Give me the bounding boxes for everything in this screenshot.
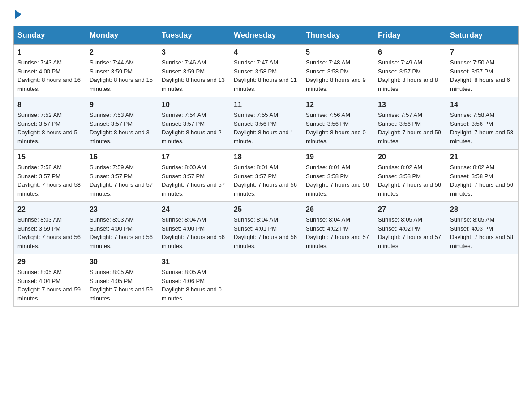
day-info: Sunrise: 7:46 AMSunset: 3:59 PMDaylight:… [162, 58, 226, 93]
day-info: Sunrise: 8:05 AMSunset: 4:04 PMDaylight:… [17, 268, 82, 303]
day-number: 16 [90, 153, 154, 161]
sunrise-text: Sunrise: 7:57 AM [378, 111, 442, 120]
sunrise-text: Sunrise: 8:05 AM [450, 215, 515, 224]
calendar-cell: 14Sunrise: 7:58 AMSunset: 3:56 PMDayligh… [446, 97, 519, 150]
day-info: Sunrise: 7:50 AMSunset: 3:57 PMDaylight:… [450, 58, 515, 93]
calendar-cell: 7Sunrise: 7:50 AMSunset: 3:57 PMDaylight… [446, 45, 519, 97]
sunrise-text: Sunrise: 7:58 AM [450, 111, 515, 120]
day-number: 9 [90, 101, 154, 109]
sunrise-text: Sunrise: 8:04 AM [162, 215, 226, 224]
sunrise-text: Sunrise: 7:46 AM [162, 58, 226, 67]
day-info: Sunrise: 8:05 AMSunset: 4:06 PMDaylight:… [162, 268, 226, 303]
daylight-text: Daylight: 8 hours and 6 minutes. [450, 76, 515, 93]
sunset-text: Sunset: 4:00 PM [17, 67, 82, 76]
sunset-text: Sunset: 3:57 PM [450, 67, 515, 76]
calendar-week-row: 15Sunrise: 7:58 AMSunset: 3:57 PMDayligh… [14, 150, 519, 202]
page-header [13, 9, 519, 17]
sunset-text: Sunset: 3:56 PM [234, 120, 298, 128]
day-info: Sunrise: 7:49 AMSunset: 3:57 PMDaylight:… [378, 58, 442, 93]
daylight-text: Daylight: 7 hours and 56 minutes. [162, 233, 226, 250]
sunset-text: Sunset: 3:59 PM [162, 67, 226, 76]
sunrise-text: Sunrise: 8:01 AM [234, 163, 298, 172]
day-info: Sunrise: 7:52 AMSunset: 3:57 PMDaylight:… [17, 111, 82, 146]
day-number: 25 [234, 206, 298, 214]
sunrise-text: Sunrise: 7:49 AM [378, 58, 442, 67]
day-info: Sunrise: 8:05 AMSunset: 4:02 PMDaylight:… [378, 215, 442, 250]
sunset-text: Sunset: 4:02 PM [378, 224, 442, 233]
sunset-text: Sunset: 3:57 PM [234, 172, 298, 181]
day-number: 12 [306, 101, 370, 109]
day-number: 3 [162, 48, 226, 56]
day-info: Sunrise: 8:03 AMSunset: 4:00 PMDaylight:… [90, 215, 154, 250]
calendar-cell: 17Sunrise: 8:00 AMSunset: 3:57 PMDayligh… [158, 150, 230, 202]
sunrise-text: Sunrise: 7:56 AM [306, 111, 370, 120]
calendar-cell: 9Sunrise: 7:53 AMSunset: 3:57 PMDaylight… [86, 97, 158, 150]
sunset-text: Sunset: 4:01 PM [234, 224, 298, 233]
daylight-text: Daylight: 7 hours and 59 minutes. [17, 285, 82, 303]
day-info: Sunrise: 8:05 AMSunset: 4:03 PMDaylight:… [450, 215, 515, 250]
daylight-text: Daylight: 8 hours and 0 minutes. [306, 128, 370, 146]
calendar-header-tuesday: Tuesday [158, 26, 230, 45]
sunset-text: Sunset: 3:59 PM [90, 67, 154, 76]
sunrise-text: Sunrise: 8:05 AM [17, 268, 82, 277]
sunrise-text: Sunrise: 8:03 AM [90, 215, 154, 224]
calendar-cell: 3Sunrise: 7:46 AMSunset: 3:59 PMDaylight… [158, 45, 230, 97]
day-number: 1 [17, 48, 82, 56]
calendar-cell: 28Sunrise: 8:05 AMSunset: 4:03 PMDayligh… [446, 202, 519, 254]
sunrise-text: Sunrise: 7:48 AM [306, 58, 370, 67]
calendar-header-friday: Friday [374, 26, 446, 45]
day-number: 28 [450, 206, 515, 214]
sunset-text: Sunset: 3:57 PM [90, 120, 154, 128]
sunrise-text: Sunrise: 7:59 AM [90, 163, 154, 172]
calendar-header-monday: Monday [86, 26, 158, 45]
calendar-cell: 22Sunrise: 8:03 AMSunset: 3:59 PMDayligh… [14, 202, 86, 254]
sunrise-text: Sunrise: 8:04 AM [306, 215, 370, 224]
sunrise-text: Sunrise: 8:05 AM [378, 215, 442, 224]
sunset-text: Sunset: 3:59 PM [17, 224, 82, 233]
day-number: 4 [234, 48, 298, 56]
day-info: Sunrise: 8:04 AMSunset: 4:01 PMDaylight:… [234, 215, 298, 250]
sunset-text: Sunset: 4:00 PM [162, 224, 226, 233]
sunrise-text: Sunrise: 8:02 AM [378, 163, 442, 172]
day-info: Sunrise: 7:53 AMSunset: 3:57 PMDaylight:… [90, 111, 154, 146]
sunrise-text: Sunrise: 7:54 AM [162, 111, 226, 120]
day-info: Sunrise: 7:59 AMSunset: 3:57 PMDaylight:… [90, 163, 154, 198]
calendar-cell: 6Sunrise: 7:49 AMSunset: 3:57 PMDaylight… [374, 45, 446, 97]
calendar-cell: 26Sunrise: 8:04 AMSunset: 4:02 PMDayligh… [302, 202, 374, 254]
sunset-text: Sunset: 3:57 PM [17, 120, 82, 128]
calendar-cell: 11Sunrise: 7:55 AMSunset: 3:56 PMDayligh… [230, 97, 302, 150]
sunrise-text: Sunrise: 7:43 AM [17, 58, 82, 67]
day-number: 31 [162, 258, 226, 266]
day-info: Sunrise: 8:04 AMSunset: 4:00 PMDaylight:… [162, 215, 226, 250]
calendar-header-wednesday: Wednesday [230, 26, 302, 45]
calendar-cell [446, 254, 519, 307]
sunset-text: Sunset: 3:57 PM [90, 172, 154, 181]
sunrise-text: Sunrise: 7:52 AM [17, 111, 82, 120]
daylight-text: Daylight: 7 hours and 57 minutes. [378, 233, 442, 250]
day-info: Sunrise: 7:56 AMSunset: 3:56 PMDaylight:… [306, 111, 370, 146]
day-number: 10 [162, 101, 226, 109]
sunset-text: Sunset: 3:58 PM [450, 172, 515, 181]
sunrise-text: Sunrise: 8:05 AM [162, 268, 226, 277]
calendar-cell: 16Sunrise: 7:59 AMSunset: 3:57 PMDayligh… [86, 150, 158, 202]
sunset-text: Sunset: 4:00 PM [90, 224, 154, 233]
day-info: Sunrise: 7:55 AMSunset: 3:56 PMDaylight:… [234, 111, 298, 146]
calendar-cell: 29Sunrise: 8:05 AMSunset: 4:04 PMDayligh… [14, 254, 86, 307]
daylight-text: Daylight: 7 hours and 59 minutes. [90, 285, 154, 303]
sunset-text: Sunset: 3:56 PM [306, 120, 370, 128]
sunset-text: Sunset: 3:58 PM [306, 67, 370, 76]
sunset-text: Sunset: 4:02 PM [306, 224, 370, 233]
sunset-text: Sunset: 3:57 PM [162, 172, 226, 181]
calendar-header-row: SundayMondayTuesdayWednesdayThursdayFrid… [14, 26, 519, 45]
day-info: Sunrise: 7:54 AMSunset: 3:57 PMDaylight:… [162, 111, 226, 146]
daylight-text: Daylight: 8 hours and 13 minutes. [162, 76, 226, 93]
calendar-cell: 8Sunrise: 7:52 AMSunset: 3:57 PMDaylight… [14, 97, 86, 150]
day-number: 26 [306, 206, 370, 214]
daylight-text: Daylight: 7 hours and 56 minutes. [17, 233, 82, 250]
sunrise-text: Sunrise: 8:02 AM [450, 163, 515, 172]
daylight-text: Daylight: 8 hours and 16 minutes. [17, 76, 82, 93]
calendar-cell: 4Sunrise: 7:47 AMSunset: 3:58 PMDaylight… [230, 45, 302, 97]
calendar-cell: 1Sunrise: 7:43 AMSunset: 4:00 PMDaylight… [14, 45, 86, 97]
sunset-text: Sunset: 4:06 PM [162, 277, 226, 286]
calendar-cell: 5Sunrise: 7:48 AMSunset: 3:58 PMDaylight… [302, 45, 374, 97]
